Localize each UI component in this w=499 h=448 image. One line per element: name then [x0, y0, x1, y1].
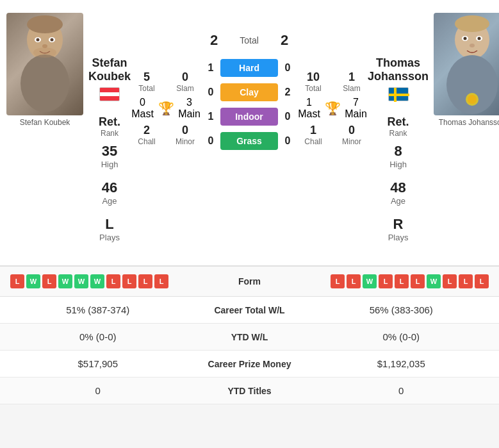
right-plays-val: R [388, 216, 409, 233]
left-bottom-grid: 2 Chall 0 Minor [131, 124, 201, 146]
stats-center-label-1: YTD W/L [186, 332, 314, 342]
h2h-grass-row: 0 Grass 0 [201, 132, 297, 150]
form-badge-l: L [395, 274, 409, 288]
left-high-label: High [99, 160, 120, 169]
left-minor: 0 Minor [169, 124, 201, 146]
left-chall-label: Chall [131, 137, 163, 146]
form-badge-w: W [363, 274, 377, 288]
left-form-badges: LWLWWWLLLL [10, 274, 211, 288]
left-player-photo [6, 13, 83, 115]
form-badge-w: W [26, 274, 40, 288]
right-slam-label: Slam [336, 84, 368, 93]
svg-point-16 [464, 37, 467, 40]
h2h-left-grass: 0 [201, 135, 220, 147]
right-rank-label: Rank [388, 129, 409, 138]
left-chall: 2 Chall [131, 124, 163, 146]
right-plays: R Plays [388, 216, 409, 242]
h2h-left-indoor: 1 [201, 111, 220, 122]
left-player-name-under: Stefan Koubek [20, 118, 70, 127]
right-trophy-row: 1 Mast 🏆 7 Main [297, 97, 369, 120]
form-badge-w: W [427, 274, 441, 288]
main-container: Stefan Koubek Stefan Koubek Ret. Rank 35… [0, 0, 499, 404]
stats-left-3: 0 [10, 385, 186, 396]
left-slam: 0 Slam [169, 71, 201, 93]
form-badge-w: W [74, 274, 88, 288]
form-badge-l: L [379, 274, 393, 288]
right-chall-label: Chall [297, 137, 329, 146]
stats-left-2: $517,905 [10, 358, 186, 369]
form-badge-l: L [443, 274, 457, 288]
right-trophy-icon: 🏆 [325, 98, 341, 119]
stats-row-0: 51% (387-374)Career Total W/L56% (383-30… [0, 297, 499, 324]
left-high-val: 35 [99, 143, 120, 160]
left-trophy-icon: 🏆 [158, 98, 174, 119]
h2h-right-hard: 0 [278, 62, 297, 74]
right-slam: 1 Slam [336, 71, 368, 93]
hard-badge: Hard [220, 59, 278, 77]
form-badge-l: L [347, 274, 361, 288]
form-badge-l: L [122, 274, 136, 288]
right-chall: 1 Chall [297, 124, 329, 146]
left-stats-grid: 5 Total 0 Slam [131, 71, 201, 93]
right-total-label: Total [297, 84, 329, 93]
right-mast-label: Mast [297, 108, 322, 120]
right-main-label: Main [343, 108, 369, 120]
left-age-val: 46 [99, 179, 120, 196]
h2h-clay-row: 0 Clay 2 [201, 83, 297, 101]
form-badge-l: L [42, 274, 56, 288]
left-minor-val: 0 [169, 124, 201, 137]
right-mast: 1 Mast [297, 97, 322, 120]
left-plays: L Plays [99, 216, 120, 242]
left-mast: 0 Mast [130, 97, 156, 120]
right-middle-stats: Thomas Johansson Ret. Rank 8 High 48 Age [368, 13, 429, 253]
h2h-indoor-row: 1 Indoor 0 [201, 108, 297, 126]
left-photo-area: Stefan Koubek [6, 13, 83, 253]
right-player-name: Thomas Johansson [368, 56, 429, 83]
right-main-val: 7 [343, 97, 369, 108]
left-total: 5 Total [131, 71, 163, 93]
h2h-left-hard: 1 [201, 62, 220, 74]
svg-point-18 [470, 44, 475, 47]
left-total-label: Total [131, 84, 163, 93]
stats-row-2: $517,905Career Prize Money$1,192,035 [0, 351, 499, 377]
h2h-total-label: Total [224, 35, 275, 46]
stats-center-label-0: Career Total W/L [186, 305, 314, 315]
form-label: Form [211, 276, 288, 286]
right-bottom-grid: 1 Chall 0 Minor [297, 124, 368, 146]
left-total-val: 5 [131, 71, 163, 84]
h2h-left-total: 2 [204, 32, 224, 49]
stats-center-label-2: Career Prize Money [186, 359, 314, 369]
left-main-val: 3 [177, 97, 202, 108]
h2h-total-row: 2 Total 2 [201, 32, 297, 49]
form-badge-w: W [90, 274, 104, 288]
head-to-head-col: 2 Total 2 1 Hard 0 0 Clay 2 1 Indoor 0 0 [201, 13, 297, 253]
right-player-photo [434, 13, 499, 115]
career-stats-section: 51% (387-374)Career Total W/L56% (383-30… [0, 297, 499, 404]
h2h-right-clay: 2 [278, 87, 297, 98]
h2h-right-indoor: 0 [278, 111, 297, 122]
clay-badge: Clay [220, 83, 278, 101]
right-rank-val: Ret. [388, 115, 409, 129]
svg-point-7 [51, 38, 54, 42]
left-trophy-row: 0 Mast 🏆 3 Main [130, 97, 202, 120]
right-player-name-under: Thomas Johansson [439, 118, 499, 127]
left-mast-val: 0 [130, 97, 156, 108]
right-age-label: Age [388, 196, 409, 206]
form-badge-l: L [331, 274, 345, 288]
right-high: 8 High [388, 143, 409, 169]
right-age-val: 48 [388, 179, 409, 196]
left-plays-val: L [99, 216, 120, 233]
left-high: 35 High [99, 143, 120, 169]
h2h-right-total: 2 [275, 32, 294, 49]
form-badge-l: L [154, 274, 168, 288]
form-badge-l: L [106, 274, 120, 288]
right-plays-label: Plays [388, 233, 409, 242]
left-age-label: Age [99, 196, 120, 206]
stats-row-1: 0% (0-0)YTD W/L0% (0-0) [0, 324, 499, 351]
left-plays-label: Plays [99, 233, 120, 242]
left-slam-val: 0 [169, 71, 201, 84]
right-minor-val: 0 [336, 124, 368, 137]
right-form-badges: LLWLLLWLLL [288, 274, 489, 288]
right-age: 48 Age [388, 179, 409, 206]
left-rank-val: Ret. [99, 115, 120, 129]
